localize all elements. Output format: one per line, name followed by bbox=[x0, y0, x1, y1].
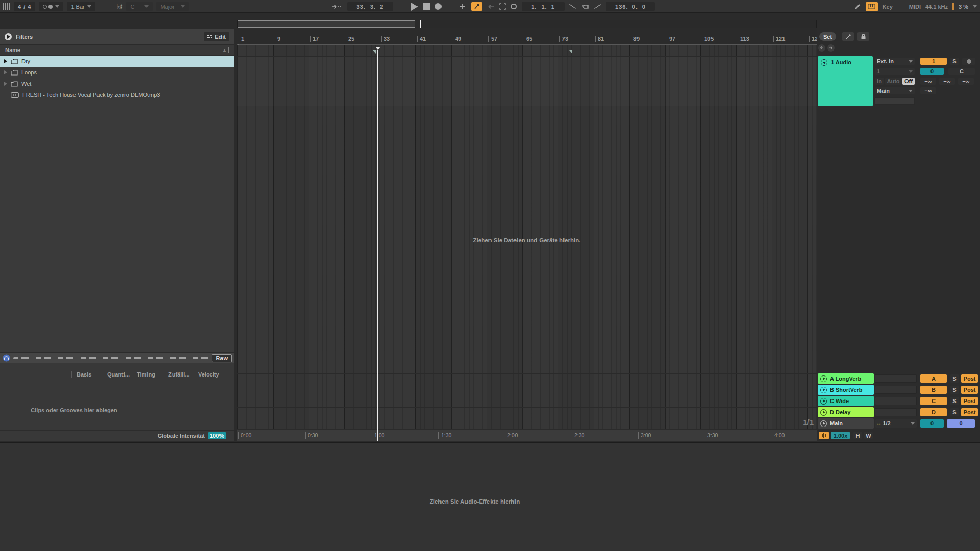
global-intensity-value[interactable]: 100% bbox=[208, 432, 226, 439]
key-map-button[interactable]: Key bbox=[883, 4, 893, 10]
capture-midi-button[interactable] bbox=[499, 3, 506, 10]
bar-ruler[interactable]: 1 9 17 25 33 41 49 57 65 73 81 89 97 105… bbox=[237, 34, 817, 45]
browser-item-dry[interactable]: Dry bbox=[0, 56, 234, 67]
expand-arrow-icon[interactable] bbox=[4, 70, 7, 74]
expand-arrow-icon[interactable] bbox=[4, 59, 7, 63]
time-ruler[interactable]: 0:00 0:30 1:00 1:30 2:00 2:30 3:00 3:30 … bbox=[237, 429, 817, 441]
chevron-down-icon[interactable] bbox=[973, 5, 977, 8]
return-a-header[interactable]: A LongVerb bbox=[818, 373, 874, 384]
preview-play-icon[interactable] bbox=[820, 409, 827, 416]
sort-ascending-icon[interactable]: ▲ bbox=[222, 47, 229, 53]
track-volume-field[interactable]: 0 bbox=[920, 68, 944, 75]
cpu-load-display[interactable]: 3 % bbox=[959, 4, 968, 10]
output-channel-box[interactable] bbox=[875, 97, 915, 105]
locator-marker-icon[interactable] bbox=[569, 50, 572, 54]
follow-button-icon[interactable] bbox=[332, 4, 342, 9]
lock-envelopes-button[interactable] bbox=[857, 32, 869, 41]
track-1-lane[interactable] bbox=[237, 56, 817, 106]
metronome-toggle[interactable] bbox=[39, 2, 63, 11]
height-zoom-button[interactable]: H bbox=[853, 432, 862, 439]
preview-play-icon[interactable] bbox=[820, 375, 827, 382]
browser-name-column-header[interactable]: Name ▲ bbox=[0, 45, 234, 56]
groove-column-quantize[interactable]: Quanti... bbox=[107, 371, 130, 378]
nav-forward-button[interactable] bbox=[827, 44, 835, 52]
input-channel-select[interactable]: 1 bbox=[875, 68, 915, 75]
monitor-off-button[interactable]: Off bbox=[902, 78, 915, 85]
loop-length-display[interactable]: 136. 0. 0 bbox=[606, 2, 655, 11]
return-a-post-toggle[interactable]: Post bbox=[961, 374, 978, 383]
width-zoom-button[interactable]: W bbox=[864, 432, 873, 439]
time-signature-display[interactable]: 4 / 4 bbox=[14, 2, 35, 11]
groove-column-timing[interactable]: Timing bbox=[137, 371, 155, 378]
send-c-field[interactable]: −∞ bbox=[958, 78, 974, 85]
record-button[interactable] bbox=[435, 3, 442, 10]
headphone-preview-icon[interactable] bbox=[3, 354, 10, 362]
output-select[interactable]: Main bbox=[875, 87, 915, 94]
return-b-send-knob[interactable]: B bbox=[920, 386, 947, 394]
arrangement-overview-scrollbar[interactable] bbox=[237, 20, 817, 28]
computer-midi-keyboard-button[interactable] bbox=[866, 2, 878, 11]
filters-expand-icon[interactable] bbox=[5, 33, 12, 40]
automation-arm-button[interactable] bbox=[471, 2, 482, 11]
groove-column-basis[interactable]: Basis bbox=[77, 371, 91, 378]
browser-item-loops[interactable]: Loops bbox=[0, 67, 234, 78]
device-view[interactable]: Ziehen Sie Audio-Effekte hierhin bbox=[0, 442, 980, 551]
return-d-send-knob[interactable]: D bbox=[920, 408, 947, 416]
preview-waveform[interactable] bbox=[13, 356, 209, 360]
groove-column-velocity[interactable]: Velocity bbox=[198, 371, 219, 378]
punch-out-icon[interactable] bbox=[594, 4, 602, 9]
tempo-follower-icon[interactable] bbox=[3, 3, 10, 10]
monitor-in-button[interactable]: In bbox=[875, 78, 884, 85]
browser-item-wet[interactable]: Wet bbox=[0, 78, 234, 89]
return-c-post-toggle[interactable]: Post bbox=[961, 397, 978, 405]
nav-back-button[interactable] bbox=[818, 44, 825, 52]
overdub-button[interactable] bbox=[460, 4, 466, 10]
audition-waveform-icon[interactable] bbox=[819, 432, 829, 439]
track-activator-button[interactable]: 1 bbox=[920, 58, 947, 65]
groove-column-random[interactable]: Zufälli... bbox=[168, 371, 190, 378]
return-c-header[interactable]: C Wide bbox=[818, 396, 874, 406]
main-track-header[interactable]: Main bbox=[818, 418, 874, 429]
monitor-auto-button[interactable]: Auto bbox=[885, 78, 901, 85]
send-a-field[interactable]: −∞ bbox=[920, 78, 936, 85]
preview-play-icon[interactable] bbox=[820, 420, 827, 427]
return-c-send-knob[interactable]: C bbox=[920, 397, 947, 405]
key-scale-select[interactable]: Major bbox=[156, 2, 189, 11]
browser-item-audio-file[interactable]: FRESH - Tech House Vocal Pack by zerrro … bbox=[0, 89, 234, 101]
return-b-post-toggle[interactable]: Post bbox=[961, 386, 978, 394]
overview-view-handle[interactable] bbox=[238, 20, 415, 28]
stop-button[interactable] bbox=[423, 3, 430, 10]
preview-play-icon[interactable] bbox=[820, 387, 827, 393]
return-b-header[interactable]: B ShortVerb bbox=[818, 385, 874, 395]
loop-start-display[interactable]: 1. 1. 1 bbox=[522, 2, 565, 11]
return-a-solo-button[interactable]: S bbox=[950, 374, 959, 383]
arrangement-position-display[interactable]: 33. 3. 2 bbox=[347, 2, 393, 11]
edit-filters-button[interactable]: Edit bbox=[204, 32, 229, 41]
track-fold-icon[interactable] bbox=[821, 59, 827, 66]
key-root-select[interactable]: C bbox=[126, 2, 153, 11]
chevron-down-icon[interactable] bbox=[55, 5, 59, 8]
arrangement-grid[interactable]: Ziehen Sie Dateien und Geräte hierhin. 0… bbox=[237, 45, 817, 441]
punch-in-icon[interactable] bbox=[569, 4, 577, 9]
track-pan-field[interactable]: C bbox=[948, 68, 975, 75]
expand-arrow-icon[interactable] bbox=[4, 82, 7, 86]
key-signature-icon[interactable]: ♭♯ bbox=[117, 3, 123, 10]
play-button[interactable] bbox=[411, 3, 418, 11]
return-d-header[interactable]: D Delay bbox=[818, 407, 874, 417]
input-type-select[interactable]: Ext. In bbox=[875, 58, 915, 65]
locator-marker-icon[interactable] bbox=[373, 50, 376, 54]
send-d-field[interactable]: −∞ bbox=[920, 87, 936, 94]
automation-view-button[interactable] bbox=[842, 32, 854, 41]
return-b-solo-button[interactable]: S bbox=[950, 386, 959, 394]
preview-play-icon[interactable] bbox=[820, 398, 827, 405]
midi-map-button[interactable]: MIDI bbox=[909, 4, 921, 10]
loop-toggle-icon[interactable] bbox=[581, 4, 590, 10]
session-record-button[interactable] bbox=[511, 4, 517, 9]
quantize-menu[interactable]: 1 Bar bbox=[67, 2, 95, 11]
return-d-post-toggle[interactable]: Post bbox=[961, 408, 978, 416]
track-1-header[interactable]: 1 Audio bbox=[818, 56, 873, 106]
return-c-solo-button[interactable]: S bbox=[950, 397, 959, 405]
set-locator-button[interactable]: Set bbox=[819, 32, 836, 41]
draw-mode-pencil-icon[interactable] bbox=[854, 3, 861, 10]
arm-record-button[interactable] bbox=[962, 58, 975, 65]
